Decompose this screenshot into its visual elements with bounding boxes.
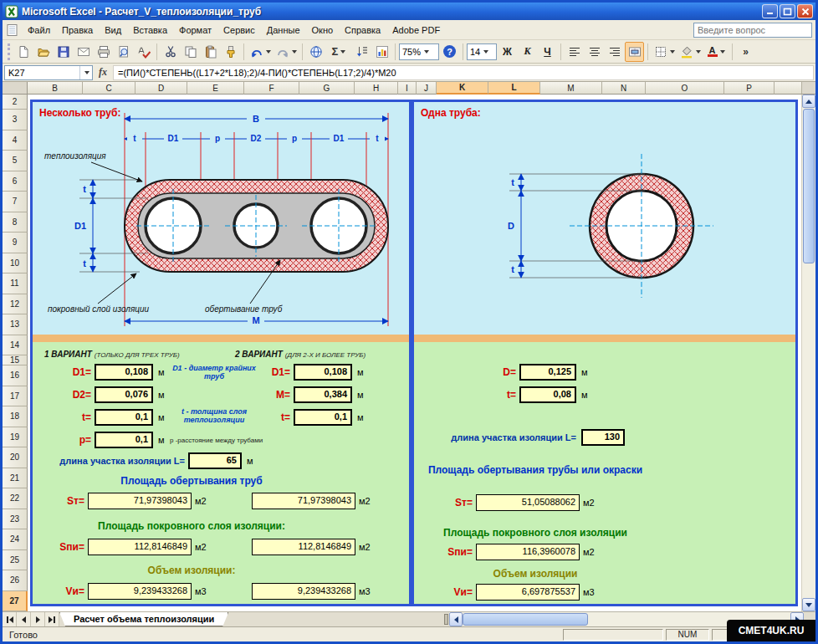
result-vi-right[interactable]: 6,697875537: [476, 584, 580, 601]
undo-button[interactable]: [248, 42, 273, 62]
tab-split-handle[interactable]: [444, 614, 448, 625]
select-all-corner[interactable]: [3, 82, 28, 95]
row-header-24[interactable]: 24: [3, 529, 28, 550]
result-st-right[interactable]: 51,05088062: [476, 494, 580, 511]
minimize-button[interactable]: [762, 4, 778, 18]
column-header-D[interactable]: D: [135, 82, 187, 95]
input-d1-v2[interactable]: 0,108: [294, 364, 352, 381]
input-length-left[interactable]: 65: [188, 452, 242, 469]
input-length-right[interactable]: 130: [581, 429, 625, 446]
vscroll-track[interactable]: [802, 264, 815, 598]
row-header-26[interactable]: 26: [3, 570, 28, 591]
borders-button[interactable]: [652, 42, 677, 62]
align-center-button[interactable]: [585, 42, 604, 62]
result-st-1[interactable]: 71,97398043: [88, 493, 192, 509]
menu-item-tools[interactable]: Сервис: [217, 22, 261, 38]
column-header-H[interactable]: H: [355, 82, 398, 95]
insert-function-button[interactable]: fx: [96, 66, 110, 79]
row-header-2[interactable]: 2: [3, 95, 28, 110]
result-spi-right[interactable]: 116,3960078: [476, 544, 580, 560]
result-spi-2[interactable]: 112,8146849: [252, 539, 355, 555]
autosum-button[interactable]: Σ: [326, 42, 351, 62]
row-header-12[interactable]: 12: [3, 294, 28, 315]
menu-item-view[interactable]: Вид: [99, 22, 127, 38]
print-button[interactable]: [94, 42, 113, 62]
align-left-button[interactable]: [565, 42, 584, 62]
column-header-F[interactable]: F: [244, 82, 299, 95]
row-header-25[interactable]: 25: [3, 550, 28, 571]
formula-input[interactable]: =(ПИ()*СТЕПЕНЬ((L17+2*L18);2)/4-ПИ()*СТЕ…: [113, 65, 814, 80]
underline-button[interactable]: Ч: [538, 42, 557, 62]
input-t-v1[interactable]: 0,1: [95, 409, 153, 426]
open-button[interactable]: [33, 42, 53, 62]
question-input[interactable]: [693, 23, 812, 38]
column-header-G[interactable]: G: [299, 82, 355, 95]
menu-item-edit[interactable]: Правка: [56, 22, 99, 38]
row-header-6[interactable]: 6: [3, 171, 28, 192]
result-vi-2[interactable]: 9,239433268: [252, 583, 355, 600]
sheet-tab[interactable]: Расчет объема теплоизоляции: [59, 612, 228, 626]
column-header-J[interactable]: J: [417, 82, 437, 95]
previous-sheet-button[interactable]: [17, 612, 31, 626]
print-preview-button[interactable]: [114, 42, 133, 62]
scroll-down-button[interactable]: [802, 598, 815, 611]
input-d1-v1[interactable]: 0,108: [95, 364, 153, 381]
last-sheet-button[interactable]: [45, 612, 59, 626]
row-header-3[interactable]: 3: [3, 110, 28, 130]
column-header-C[interactable]: C: [83, 82, 135, 95]
font-size-select[interactable]: 14: [467, 43, 497, 60]
input-t[interactable]: 0,08: [519, 386, 576, 403]
fill-color-button[interactable]: [677, 42, 703, 62]
namebox-dropdown-icon[interactable]: [79, 66, 92, 79]
row-header-10[interactable]: 10: [3, 253, 28, 274]
input-d[interactable]: 0,125: [519, 364, 576, 381]
align-right-button[interactable]: [605, 42, 624, 62]
hyperlink-button[interactable]: [306, 42, 325, 62]
column-header-B[interactable]: B: [28, 82, 83, 95]
column-header-O[interactable]: O: [646, 82, 724, 95]
menu-item-data[interactable]: Данные: [261, 22, 306, 38]
spelling-button[interactable]: [134, 42, 153, 62]
sort-ascending-button[interactable]: [352, 42, 371, 62]
scroll-up-button[interactable]: [802, 95, 815, 108]
row-header-19[interactable]: 19: [3, 427, 28, 448]
cut-button[interactable]: [161, 42, 180, 62]
menu-item-window[interactable]: Окно: [306, 22, 340, 38]
menu-item-insert[interactable]: Вставка: [127, 22, 173, 38]
italic-button[interactable]: К: [518, 42, 537, 62]
bold-button[interactable]: Ж: [498, 42, 517, 62]
menu-item-format[interactable]: Формат: [173, 22, 217, 38]
paste-button[interactable]: [201, 42, 220, 62]
row-header-22[interactable]: 22: [3, 488, 28, 509]
row-header-4[interactable]: 4: [3, 130, 28, 151]
column-header-L[interactable]: L: [488, 82, 540, 95]
new-document-button[interactable]: [13, 42, 33, 62]
row-header-27[interactable]: 27: [3, 591, 28, 612]
help-button[interactable]: ?: [440, 42, 459, 62]
toolbar-options-chevron[interactable]: »: [736, 42, 755, 62]
row-header-17[interactable]: 17: [3, 386, 28, 407]
row-header-13[interactable]: 13: [3, 314, 28, 335]
vscroll-thumb[interactable]: [803, 109, 815, 263]
chart-wizard-button[interactable]: [372, 42, 391, 62]
column-header-P[interactable]: P: [724, 82, 775, 95]
next-sheet-button[interactable]: [31, 612, 45, 626]
row-header-15[interactable]: 15: [3, 355, 28, 365]
menu-item-help[interactable]: Справка: [339, 22, 386, 38]
menu-item-adobe-pdf[interactable]: Adobe PDF: [386, 22, 446, 38]
format-painter-button[interactable]: [221, 42, 240, 62]
column-header-M[interactable]: M: [540, 82, 602, 95]
hscroll-thumb[interactable]: [463, 613, 588, 626]
row-header-18[interactable]: 18: [3, 406, 28, 427]
save-button[interactable]: [54, 42, 73, 62]
column-header-E[interactable]: E: [187, 82, 244, 95]
first-sheet-button[interactable]: [3, 612, 17, 626]
input-p-v1[interactable]: 0,1: [95, 432, 153, 448]
row-header-7[interactable]: 7: [3, 192, 28, 212]
zoom-select[interactable]: 75%: [399, 43, 439, 60]
input-m-v2[interactable]: 0,384: [294, 386, 352, 403]
redo-button[interactable]: [274, 42, 299, 62]
merge-center-button[interactable]: [625, 42, 644, 62]
column-header-I[interactable]: I: [398, 82, 417, 95]
result-spi-1[interactable]: 112,8146849: [88, 539, 192, 555]
